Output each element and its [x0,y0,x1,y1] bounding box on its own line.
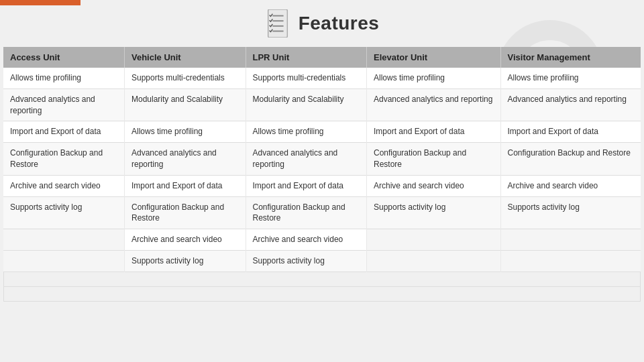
column-header-access: Access Unit [3,47,125,68]
empty-row-2 [3,287,641,302]
cell-r0-c3: Allows time profiling [367,68,501,88]
page-container: Features Access Unit Vehicle Unit LPR Un… [0,0,644,362]
cell-r5-c3: Supports activity log [367,196,501,229]
cell-r3-c1: Advanced analytics and reporting [125,143,246,176]
cell-r6-c0 [3,229,125,251]
features-table-container: Access Unit Vehicle Unit LPR Unit Elevat… [3,47,641,272]
features-table: Access Unit Vehicle Unit LPR Unit Elevat… [3,47,641,272]
cell-r3-c2: Advanced analytics and reporting [246,143,367,176]
cell-r3-c4: Configuration Backup and Restore [500,143,641,176]
table-row: Supports activity logConfiguration Backu… [3,196,641,229]
table-row: Archive and search videoImport and Expor… [3,175,641,196]
empty-row-1 [3,272,641,287]
cell-r4-c0: Archive and search video [3,175,125,196]
cell-r7-c0 [3,250,125,272]
table-header-row: Access Unit Vehicle Unit LPR Unit Elevat… [3,47,641,68]
svg-rect-0 [268,9,287,38]
cell-r2-c0: Import and Export of data [3,121,125,143]
column-header-elevator: Elevator Unit [367,47,501,68]
header: Features [265,9,380,38]
cell-r4-c1: Import and Export of data [125,175,246,196]
cell-r2-c2: Allows time profiling [246,121,367,143]
column-header-lpr: LPR Unit [246,47,367,68]
cell-r3-c0: Configuration Backup and Restore [3,143,125,176]
cell-r1-c4: Advanced analytics and reporting [500,88,641,121]
page-title: Features [299,13,380,34]
cell-r6-c1: Archive and search video [125,229,246,251]
top-bar [0,0,80,5]
table-row: Archive and search videoArchive and sear… [3,229,641,251]
cell-r4-c2: Import and Export of data [246,175,367,196]
cell-r4-c4: Archive and search video [500,175,641,196]
cell-r5-c1: Configuration Backup and Restore [125,196,246,229]
cell-r0-c1: Supports multi-credentials [125,68,246,88]
cell-r6-c2: Archive and search video [246,229,367,251]
column-header-vehicle: Vehicle Unit [125,47,246,68]
cell-r7-c2: Supports activity log [246,250,367,272]
checklist-icon [265,9,290,38]
cell-r6-c3 [367,229,501,251]
column-header-visitor: Visitor Management [500,47,641,68]
cell-r1-c2: Modularity and Scalability [246,88,367,121]
cell-r0-c2: Supports multi-credentials [246,68,367,88]
cell-r1-c1: Modularity and Scalability [125,88,246,121]
cell-r7-c3 [367,250,501,272]
cell-r0-c0: Allows time profiling [3,68,125,88]
cell-r2-c4: Import and Export of data [500,121,641,143]
cell-r0-c4: Allows time profiling [500,68,641,88]
cell-r5-c4: Supports activity log [500,196,641,229]
table-row: Allows time profilingSupports multi-cred… [3,68,641,88]
cell-r4-c3: Archive and search video [367,175,501,196]
cell-r3-c3: Configuration Backup and Restore [367,143,501,176]
cell-r7-c1: Supports activity log [125,250,246,272]
cell-r1-c3: Advanced analytics and reporting [367,88,501,121]
cell-r5-c2: Configuration Backup and Restore [246,196,367,229]
table-row: Import and Export of dataAllows time pro… [3,121,641,143]
table-row: Supports activity logSupports activity l… [3,250,641,272]
cell-r2-c3: Import and Export of data [367,121,501,143]
cell-r2-c1: Allows time profiling [125,121,246,143]
cell-r1-c0: Advanced analytics and reporting [3,88,125,121]
table-row: Advanced analytics and reportingModulari… [3,88,641,121]
cell-r7-c4 [500,250,641,272]
cell-r5-c0: Supports activity log [3,196,125,229]
table-row: Configuration Backup and RestoreAdvanced… [3,143,641,176]
cell-r6-c4 [500,229,641,251]
